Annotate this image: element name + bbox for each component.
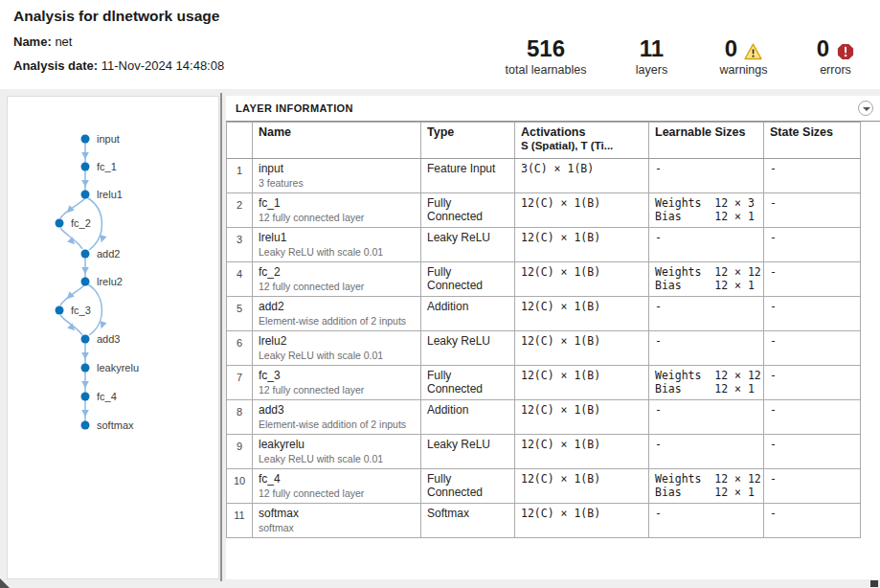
- layer-type-cell[interactable]: Fully Connected: [421, 193, 515, 228]
- learnable-sizes-cell[interactable]: -: [649, 228, 764, 262]
- activations-cell[interactable]: 12(C) × 1(B): [515, 193, 649, 228]
- table-row[interactable]: 8 add3 Element-wise addition of 2 inputs…: [227, 400, 861, 435]
- layer-type-cell[interactable]: Fully Connected: [421, 366, 515, 400]
- graph-node-fc_2[interactable]: fc_2: [56, 217, 91, 229]
- layer-name: fc_1: [259, 196, 415, 210]
- collapse-panel-button[interactable]: [858, 101, 873, 116]
- graph-node-add3[interactable]: add3: [81, 333, 121, 345]
- state-sizes-cell[interactable]: -: [764, 331, 861, 366]
- layer-type-cell[interactable]: Fully Connected: [421, 469, 515, 504]
- table-row[interactable]: 7 fc_3 12 fully connected layer Fully Co…: [227, 366, 861, 400]
- activations-cell[interactable]: 12(C) × 1(B): [515, 469, 649, 504]
- layer-information-title: LAYER INFORMATION: [236, 96, 353, 121]
- activations-cell[interactable]: 12(C) × 1(B): [515, 435, 649, 469]
- graph-node-fc_3[interactable]: fc_3: [56, 305, 91, 316]
- state-sizes-cell[interactable]: -: [764, 193, 861, 228]
- learnable-sizes-cell[interactable]: -: [649, 331, 764, 366]
- layer-name-cell[interactable]: lrelu1 Leaky ReLU with scale 0.01: [253, 228, 421, 262]
- graph-node-lrelu2[interactable]: lrelu2: [81, 276, 123, 287]
- resize-grip-bottom-right[interactable]: [870, 580, 878, 587]
- row-index-cell[interactable]: 8: [227, 400, 253, 435]
- activations-cell[interactable]: 12(C) × 1(B): [515, 366, 649, 400]
- state-sizes-cell[interactable]: -: [764, 159, 861, 193]
- state-sizes-cell[interactable]: -: [764, 435, 861, 469]
- graph-node-lrelu1[interactable]: lrelu1: [81, 189, 123, 200]
- table-row[interactable]: 9 leakyrelu Leaky ReLU with scale 0.01 L…: [227, 435, 861, 469]
- layer-name-cell[interactable]: fc_3 12 fully connected layer: [253, 366, 421, 400]
- graph-node-fc_4[interactable]: fc_4: [81, 391, 117, 402]
- layer-name-cell[interactable]: fc_1 12 fully connected layer: [253, 193, 421, 228]
- activations-cell[interactable]: 12(C) × 1(B): [515, 400, 649, 435]
- panel-splitter[interactable]: [220, 93, 222, 581]
- state-sizes-cell[interactable]: -: [764, 504, 861, 538]
- row-index-cell[interactable]: 11: [227, 504, 253, 538]
- layer-type-cell[interactable]: Leaky ReLU: [421, 228, 515, 262]
- layer-type-cell[interactable]: Addition: [421, 297, 515, 331]
- activations-cell[interactable]: 12(C) × 1(B): [515, 262, 649, 297]
- row-index-cell[interactable]: 4: [227, 262, 253, 297]
- state-sizes-cell[interactable]: -: [764, 228, 861, 262]
- layer-name-cell[interactable]: fc_4 12 fully connected layer: [253, 469, 421, 504]
- table-row[interactable]: 10 fc_4 12 fully connected layer Fully C…: [227, 469, 861, 504]
- learnable-sizes-cell[interactable]: -: [649, 400, 764, 435]
- learnable-sizes-cell[interactable]: Weights 12 × 12 Bias 12 × 1: [649, 469, 764, 504]
- learnable-sizes-cell[interactable]: Weights 12 × 3 Bias 12 × 1: [649, 193, 764, 228]
- row-index-cell[interactable]: 10: [227, 469, 253, 504]
- activations-cell[interactable]: 12(C) × 1(B): [515, 504, 649, 538]
- date-value: 11-Nov-2024 14:48:08: [102, 58, 224, 73]
- learnable-sizes-cell[interactable]: -: [649, 159, 764, 193]
- resize-grip-bottom-left[interactable]: [0, 578, 10, 588]
- layer-table: Name Type Activations S (Spatial), T (Ti…: [226, 122, 861, 538]
- layer-name-cell[interactable]: input 3 features: [253, 159, 421, 193]
- layer-name-cell[interactable]: lrelu2 Leaky ReLU with scale 0.01: [253, 331, 421, 366]
- graph-node-input[interactable]: input: [81, 133, 120, 145]
- learnable-sizes-cell[interactable]: -: [649, 297, 764, 331]
- layer-name-cell[interactable]: fc_2 12 fully connected layer: [253, 262, 421, 297]
- state-sizes-cell[interactable]: -: [764, 469, 861, 504]
- layer-name-cell[interactable]: add2 Element-wise addition of 2 inputs: [253, 297, 421, 331]
- state-sizes-cell[interactable]: -: [764, 297, 861, 331]
- table-row[interactable]: 6 lrelu2 Leaky ReLU with scale 0.01 Leak…: [227, 331, 861, 366]
- activations-cell[interactable]: 12(C) × 1(B): [515, 228, 649, 262]
- layer-type-cell[interactable]: Leaky ReLU: [421, 331, 515, 366]
- table-row[interactable]: 3 lrelu1 Leaky ReLU with scale 0.01 Leak…: [227, 228, 861, 262]
- network-analyzer-window: Analysis for dlnetwork usage Name: net A…: [0, 0, 880, 588]
- chevron-down-icon: [863, 107, 870, 111]
- analysis-date-line: Analysis date: 11-Nov-2024 14:48:08: [13, 58, 224, 73]
- row-index-cell[interactable]: 9: [227, 435, 253, 469]
- layer-type-cell[interactable]: Feature Input: [421, 159, 515, 193]
- activations-cell[interactable]: 12(C) × 1(B): [515, 331, 649, 366]
- layer-name-cell[interactable]: softmax softmax: [253, 504, 421, 538]
- graph-node-leakyrelu[interactable]: leakyrelu: [81, 362, 140, 373]
- learnable-sizes-cell[interactable]: -: [649, 435, 764, 469]
- graph-node-fc_1[interactable]: fc_1: [81, 161, 117, 172]
- table-row[interactable]: 1 input 3 features Feature Input 3(C) × …: [227, 159, 861, 193]
- activations-cell[interactable]: 3(C) × 1(B): [515, 159, 649, 193]
- state-sizes-cell[interactable]: -: [764, 366, 861, 400]
- learnable-sizes-cell[interactable]: -: [649, 504, 764, 538]
- layer-name: leakyrelu: [259, 438, 415, 451]
- layer-type-cell[interactable]: Fully Connected: [421, 262, 515, 297]
- table-row[interactable]: 2 fc_1 12 fully connected layer Fully Co…: [227, 193, 861, 228]
- row-index-cell[interactable]: 2: [227, 193, 253, 228]
- layer-type-cell[interactable]: Leaky ReLU: [421, 435, 515, 469]
- graph-node-add2[interactable]: add2: [81, 248, 121, 260]
- table-row[interactable]: 5 add2 Element-wise addition of 2 inputs…: [227, 297, 861, 331]
- layer-name-cell[interactable]: leakyrelu Leaky ReLU with scale 0.01: [253, 435, 421, 469]
- row-index-cell[interactable]: 5: [227, 297, 253, 331]
- layer-name-cell[interactable]: add3 Element-wise addition of 2 inputs: [253, 400, 421, 435]
- graph-node-softmax[interactable]: softmax: [81, 419, 135, 431]
- activations-cell[interactable]: 12(C) × 1(B): [515, 297, 649, 331]
- row-index-cell[interactable]: 3: [227, 228, 253, 262]
- layer-type-cell[interactable]: Softmax: [421, 504, 515, 538]
- learnable-sizes-cell[interactable]: Weights 12 × 12 Bias 12 × 1: [649, 366, 764, 400]
- row-index-cell[interactable]: 1: [227, 159, 253, 193]
- state-sizes-cell[interactable]: -: [764, 400, 861, 435]
- row-index-cell[interactable]: 6: [227, 331, 253, 366]
- layer-type-cell[interactable]: Addition: [421, 400, 515, 435]
- table-row[interactable]: 4 fc_2 12 fully connected layer Fully Co…: [227, 262, 861, 297]
- row-index-cell[interactable]: 7: [227, 366, 253, 400]
- learnable-sizes-cell[interactable]: Weights 12 × 12 Bias 12 × 1: [649, 262, 764, 297]
- state-sizes-cell[interactable]: -: [764, 262, 861, 297]
- table-row[interactable]: 11 softmax softmax Softmax 12(C) × 1(B) …: [227, 504, 861, 538]
